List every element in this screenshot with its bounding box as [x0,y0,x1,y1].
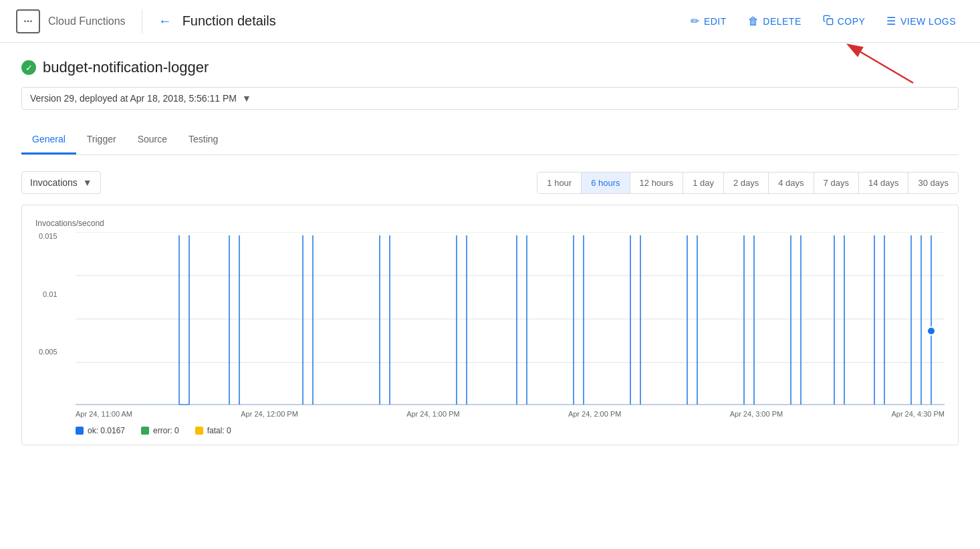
time-btn-14d[interactable]: 14 days [859,173,909,193]
y-axis-label: Invocations/second [35,219,104,228]
app-logo-section: ··· Cloud Functions [16,9,142,33]
x-label: Apr 24, 12:00 PM [241,410,298,418]
y-tick: 0.01 [43,290,57,298]
legend-box-fatal [195,427,203,435]
view-logs-button[interactable]: ☰ VIEW LOGS [878,9,964,33]
time-btn-1d[interactable]: 1 day [683,173,724,193]
x-axis-labels: Apr 24, 11:00 AM Apr 24, 12:00 PM Apr 24… [76,410,945,418]
version-dropdown[interactable]: Version 29, deployed at Apr 18, 2018, 5:… [21,87,959,110]
x-label: Apr 24, 3:00 PM [730,410,783,418]
app-name: Cloud Functions [48,15,126,27]
legend-box-ok [76,427,84,435]
time-btn-2d[interactable]: 2 days [724,173,769,193]
function-name: budget-notification-logger [43,59,209,76]
metric-label: Invocations [30,177,78,188]
chart-controls: Invocations ▼ 1 hour 6 hours 12 hours 1 … [21,171,959,194]
time-btn-1h[interactable]: 1 hour [537,173,582,193]
x-label: Apr 24, 2:00 PM [568,410,622,418]
chart-area: 0.015 0.01 0.005 [76,232,945,406]
legend-box-error [141,427,149,435]
x-label: Apr 24, 1:00 PM [406,410,460,418]
tab-trigger[interactable]: Trigger [76,126,127,154]
metric-dropdown[interactable]: Invocations ▼ [21,171,101,194]
legend-item-fatal: fatal: 0 [195,426,231,435]
chevron-down-icon: ▼ [242,93,251,104]
page-title: Function details [182,13,276,29]
svg-point-39 [927,327,935,335]
legend-label-ok: ok: 0.0167 [88,426,125,435]
function-name-row: ✓ budget-notification-logger [21,59,959,76]
legend-label-error: error: 0 [153,426,179,435]
x-label: Apr 24, 4:30 PM [891,410,945,418]
chart-container: Invocations/second 0.015 0.01 0.005 [21,205,959,445]
copy-button[interactable]: COPY [815,9,874,33]
main-content: ✓ budget-notification-logger Version 29,… [0,43,980,461]
y-axis: 0.015 0.01 0.005 [39,232,57,406]
time-btn-6h[interactable]: 6 hours [582,173,630,193]
legend-item-error: error: 0 [141,426,179,435]
chevron-down-icon: ▼ [83,177,92,188]
y-tick: 0.005 [39,348,57,356]
copy-icon [823,15,834,28]
time-btn-4d[interactable]: 4 days [769,173,814,193]
tabs-bar: General Trigger Source Testing [21,126,959,155]
edit-icon: ✏ [691,15,700,27]
delete-icon: 🗑 [748,15,759,27]
version-label: Version 29, deployed at Apr 18, 2018, 5:… [30,93,237,104]
view-logs-icon: ☰ [886,15,896,27]
status-icon: ✓ [21,60,36,75]
legend-label-fatal: fatal: 0 [207,426,231,435]
time-btn-30d[interactable]: 30 days [908,173,958,193]
legend-item-ok: ok: 0.0167 [76,426,125,435]
x-label: Apr 24, 11:00 AM [76,410,132,418]
header-title-section: ← Function details [142,13,683,29]
time-btn-12h[interactable]: 12 hours [630,173,684,193]
delete-button[interactable]: 🗑 DELETE [740,10,810,33]
chart-svg [76,232,945,406]
back-button[interactable]: ← [158,13,172,29]
header-actions: ✏ EDIT 🗑 DELETE COPY ☰ VIEW LOGS [683,9,964,33]
time-btn-7d[interactable]: 7 days [814,173,859,193]
time-range-buttons: 1 hour 6 hours 12 hours 1 day 2 days 4 d… [537,172,959,194]
tab-testing[interactable]: Testing [178,126,229,154]
tab-source[interactable]: Source [127,126,178,154]
chart-legend: ok: 0.0167 error: 0 fatal: 0 [76,426,945,435]
tab-general[interactable]: General [21,126,76,154]
edit-button[interactable]: ✏ EDIT [683,9,734,33]
y-tick: 0.015 [39,232,57,240]
svg-rect-0 [827,19,833,25]
logo-icon: ··· [16,9,40,33]
